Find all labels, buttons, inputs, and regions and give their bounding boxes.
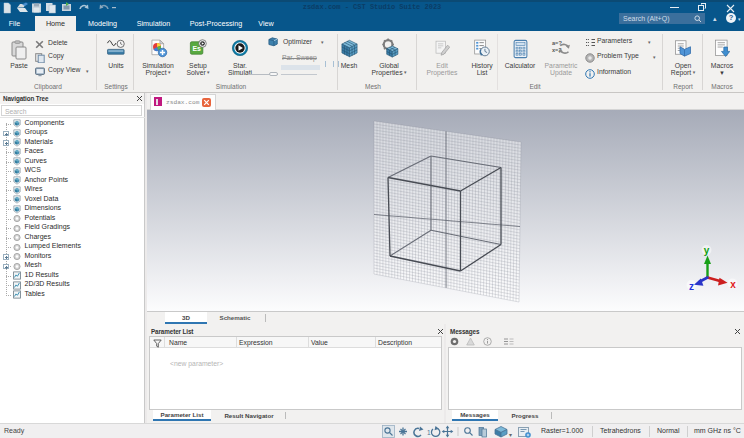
svg-text:1: 1: [427, 429, 431, 436]
svg-text:z: z: [689, 281, 694, 292]
svg-text:y: y: [704, 245, 710, 256]
svg-text:x: x: [730, 279, 736, 290]
svg-text:▾: ▾: [509, 432, 512, 438]
